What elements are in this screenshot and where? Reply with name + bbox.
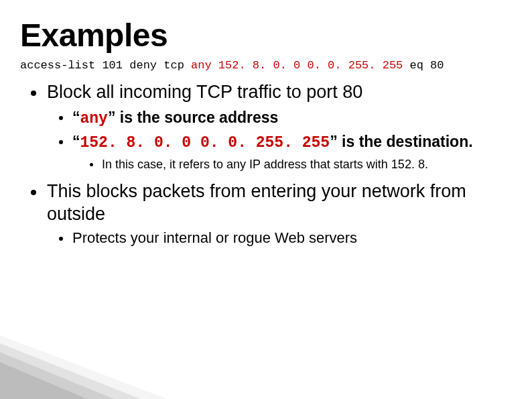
dest-rest: ” is the destination. xyxy=(330,133,472,150)
bullet-blocks-packets-text: This blocks packets from entering your n… xyxy=(47,181,466,224)
acl-code-line: access-list 101 deny tcp any 152. 8. 0. … xyxy=(20,59,512,72)
slide: Examples access-list 101 deny tcp any 15… xyxy=(0,0,532,399)
svg-marker-0 xyxy=(0,335,168,399)
dest-address: 152. 8. 0. 0 0. 0. 255. 255 xyxy=(80,134,330,152)
svg-marker-1 xyxy=(0,343,141,399)
any-rest: ” is the source address xyxy=(108,109,278,126)
acl-highlight: any 152. 8. 0. 0 0. 0. 255. 255 xyxy=(191,59,403,72)
svg-marker-3 xyxy=(0,362,87,399)
decorative-wedge xyxy=(0,335,168,399)
sublist-1: “any” is the source address “152. 8. 0. … xyxy=(59,108,512,172)
subsub-explanation: In this case, it refers to any IP addres… xyxy=(90,156,512,172)
subsublist: In this case, it refers to any IP addres… xyxy=(90,156,512,172)
any-keyword: any xyxy=(80,110,108,127)
sub-destination: “152. 8. 0. 0 0. 0. 255. 255” is the des… xyxy=(59,132,512,172)
bullet-block-tcp-text: Block all incoming TCP traffic to port 8… xyxy=(47,82,362,102)
bullet-blocks-packets: This blocks packets from entering your n… xyxy=(31,180,512,247)
acl-suffix: eq 80 xyxy=(403,59,444,72)
svg-marker-2 xyxy=(0,352,114,399)
acl-prefix: access-list 101 deny tcp xyxy=(20,59,191,72)
bullet-block-tcp: Block all incoming TCP traffic to port 8… xyxy=(31,81,512,172)
quote-open-2: “ xyxy=(72,133,80,150)
bullet-list: Block all incoming TCP traffic to port 8… xyxy=(31,81,512,247)
sub-any-source: “any” is the source address xyxy=(59,108,512,129)
sub-protects: Protects your internal or rogue Web serv… xyxy=(59,229,512,248)
sublist-2: Protects your internal or rogue Web serv… xyxy=(59,229,512,248)
quote-open-1: “ xyxy=(72,109,80,126)
page-title: Examples xyxy=(20,19,512,52)
